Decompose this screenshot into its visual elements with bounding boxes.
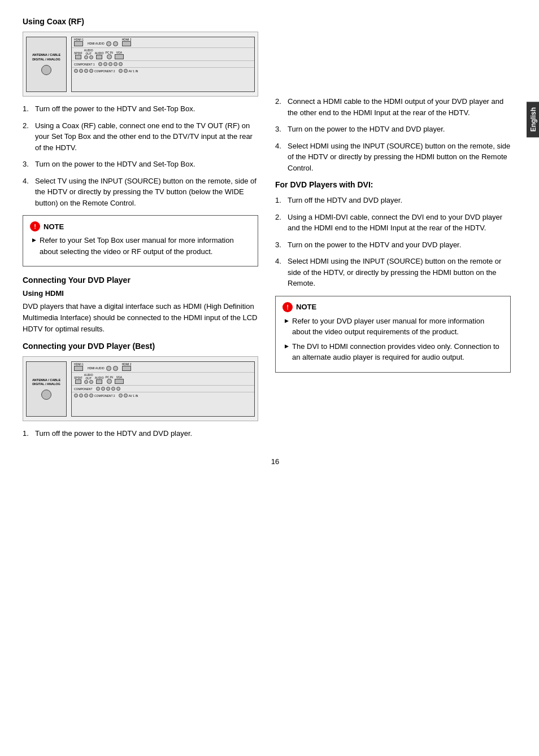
component1-row: COMPONENT 1	[72, 61, 254, 68]
note-body-1: Refer to your Set Top Box user manual fo…	[30, 235, 251, 257]
note-item-1: Refer to your Set Top Box user manual fo…	[32, 235, 251, 257]
page-container: English Using Coax (RF) ANTENNA / CABLE …	[0, 0, 539, 756]
hdmi-sub-title: Using HDMI	[23, 289, 258, 298]
hdmi-audio-ports	[106, 41, 118, 46]
section1-title: Using Coax (RF)	[23, 17, 258, 26]
coax-diagram: ANTENNA / CABLE DIGITAL / ANALOG HDMI 1 …	[23, 32, 258, 97]
hdmi-audio-label: HDMI AUDIO	[88, 42, 105, 45]
dvi-steps: 1. Turn off the HDTV and DVD player. 2. …	[275, 195, 511, 289]
audio-out-port: AUDIOOUT	[84, 49, 93, 59]
english-tab: English	[527, 102, 539, 137]
dvd-hdmi-row: HDMI 1 HDMI AUDIO HDMI 2	[72, 362, 254, 373]
dvd-best-title: Connecting your DVD Player (Best)	[23, 342, 258, 351]
vga-port: VGA	[115, 51, 124, 60]
coax-steps: 1. Turn off the power to the HDTV and Se…	[23, 103, 258, 208]
dvd-antenna-box: ANTENNA / CABLEDIGITAL / ANALOG	[26, 361, 67, 417]
dvd-audio-row: SPDIF AUDIOOUT AUDIO PC IN	[72, 373, 254, 386]
component2-ports	[74, 69, 93, 73]
hdmi-intro: DVD players that have a digital interfac…	[23, 301, 258, 335]
note-title-2: ! NOTE	[282, 302, 503, 312]
two-column-layout: Using Coax (RF) ANTENNA / CABLE DIGITAL …	[23, 17, 528, 446]
page-number: 16	[23, 457, 528, 466]
coax-step-1: 1. Turn off the power to the HDTV and Se…	[23, 103, 258, 115]
hdmi-step-4: 4. Select HDMI using the INPUT (SOURCE) …	[275, 141, 511, 174]
spdif-port: SPDIF	[74, 52, 82, 60]
component2-row: COMPONENT 2 AV 1 IN	[72, 68, 254, 74]
left-column: Using Coax (RF) ANTENNA / CABLE DIGITAL …	[23, 17, 258, 446]
antenna-label: ANTENNA / CABLE DIGITAL / ANALOG	[27, 53, 66, 61]
coax-step-2: 2. Using a Coax (RF) cable, connect one …	[23, 120, 258, 154]
note-box-2: ! NOTE Refer to your DVD player user man…	[275, 296, 511, 373]
coax-step-4: 4. Select TV using the INPUT (SOURCE) bu…	[23, 176, 258, 209]
hdmi-steps: 2. Connect a HDMI cable to the HDMI outp…	[275, 96, 511, 173]
dvd-component2-row: COMPONENT 2 AV 1 IN	[72, 392, 254, 399]
dvd-back-panel: HDMI 1 HDMI AUDIO HDMI 2	[71, 361, 255, 417]
hdmi-step-3: 3. Turn on the power to the HDTV and DVD…	[275, 124, 511, 135]
note-item-2a: Refer to your DVD player user manual for…	[285, 316, 503, 338]
antenna-circle	[41, 65, 51, 75]
note-item-2b: The DVI to HDMI connection provides vide…	[285, 341, 503, 363]
dvd-section-title: Connecting Your DVD Player	[23, 276, 258, 285]
dvi-step-1: 1. Turn off the HDTV and DVD player.	[275, 195, 511, 206]
coax-step-3: 3. Turn on the power to the HDTV and Set…	[23, 159, 258, 170]
note-title-1: ! NOTE	[30, 221, 251, 231]
note-icon-1: !	[30, 221, 40, 231]
note-icon-2: !	[282, 302, 293, 312]
right-column: 2. Connect a HDMI cable to the HDMI outp…	[275, 17, 511, 446]
dvd-steps: 1. Turn off the power to the HDTV and DV…	[23, 428, 258, 439]
component1-ports	[98, 62, 123, 66]
dvi-section-title: For DVD Players with DVI:	[275, 180, 511, 189]
hdmi-step-2: 2. Connect a HDMI cable to the HDMI outp…	[275, 96, 511, 118]
dvi-step-2: 2. Using a HDMI-DVI cable, connect the D…	[275, 212, 511, 234]
audio-port: AUDIO	[95, 52, 104, 60]
dvi-step-3: 3. Turn on the power to the HDTV and you…	[275, 239, 511, 251]
hdmi1-port: HDMI 1	[74, 38, 84, 47]
hdmi2-port: HDMI 2	[122, 38, 132, 47]
dvd-step-1: 1. Turn off the power to the HDTV and DV…	[23, 428, 258, 439]
av-ports	[119, 69, 128, 73]
note-box-1: ! NOTE Refer to your Set Top Box user ma…	[23, 215, 258, 266]
tv-back-panel: HDMI 1 HDMI AUDIO HDMI 2	[71, 37, 255, 92]
dvi-step-4: 4. Select HDMI using the INPUT (SOURCE) …	[275, 256, 511, 289]
audio-row: SPDIF AUDIOOUT AUDIO PC IN	[72, 48, 254, 61]
dvd-component1-row: COMPONENT	[72, 386, 254, 392]
hdmi-row: HDMI 1 HDMI AUDIO HDMI 2	[72, 37, 254, 49]
antenna-box: ANTENNA / CABLE DIGITAL / ANALOG	[26, 37, 67, 92]
pcin-port: PC IN	[106, 51, 113, 60]
dvd-diagram: ANTENNA / CABLEDIGITAL / ANALOG HDMI 1 H…	[23, 356, 258, 421]
note-body-2: Refer to your DVD player user manual for…	[282, 316, 503, 363]
